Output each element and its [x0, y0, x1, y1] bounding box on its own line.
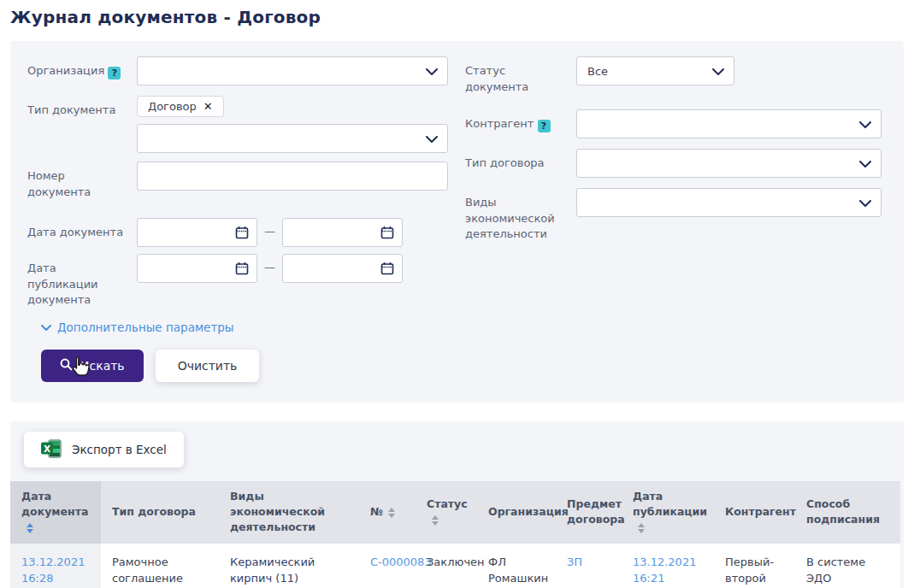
counterparty-select[interactable] [576, 109, 882, 138]
date-range-separator: — [257, 218, 282, 238]
chevron-down-icon [859, 119, 871, 132]
excel-icon: X [41, 439, 62, 461]
cell-counterparty: Первый-второй организатор [714, 544, 795, 588]
help-icon[interactable]: ? [108, 67, 121, 79]
results-panel: X Экспорт в Excel Дата документа Тип дог… [10, 421, 904, 588]
sort-icon[interactable] [388, 508, 395, 518]
contract-type-select[interactable] [576, 149, 882, 178]
subject-link[interactable]: ЗП [567, 556, 582, 568]
search-button[interactable]: Искать [41, 350, 144, 382]
chevron-down-icon [859, 158, 871, 171]
calendar-icon[interactable] [380, 262, 394, 278]
doc-type-label: Тип документа [27, 96, 137, 119]
remove-chip-icon[interactable]: ✕ [203, 100, 213, 113]
chevron-down-icon [426, 66, 438, 79]
cell-number: С-0000083 [359, 544, 416, 588]
documents-table: Дата документа Тип договора Виды экономи… [10, 481, 900, 588]
table-header-row: Дата документа Тип договора Виды экономи… [10, 481, 900, 543]
calendar-icon[interactable] [380, 226, 394, 242]
cell-signing-method: В системе ЭДО [795, 544, 900, 588]
pub-date-label: Дата публикации документа [27, 254, 137, 309]
column-header-econ-activity[interactable]: Виды экономической деятельности [219, 481, 359, 543]
filter-right-column: Статус документа Все Контрагент ? [465, 56, 887, 309]
filter-panel: Организация ? Тип документа Договор ✕ [10, 41, 904, 403]
counterparty-label: Контрагент ? [465, 109, 576, 132]
doc-type-select[interactable] [137, 124, 448, 153]
status-label: Статус документа [465, 56, 576, 96]
column-header-contract-type[interactable]: Тип договора [101, 481, 219, 543]
calendar-icon[interactable] [235, 226, 249, 242]
chevron-down-icon [859, 197, 871, 210]
date-range-separator: — [257, 254, 282, 273]
doc-number-link[interactable]: С-0000083 [370, 556, 432, 568]
pub-date-to-input[interactable] [282, 254, 403, 283]
econ-activity-label: Виды экономической деятельности [465, 188, 576, 244]
doc-date-label: Дата документа [27, 218, 137, 241]
cell-subject: ЗП [556, 544, 622, 588]
filter-left-column: Организация ? Тип документа Договор ✕ [27, 56, 465, 309]
export-excel-button[interactable]: X Экспорт в Excel [24, 432, 184, 467]
column-header-doc-date[interactable]: Дата документа [10, 481, 101, 543]
organization-select[interactable] [137, 56, 448, 85]
clear-button[interactable]: Очистить [156, 350, 260, 382]
sort-icon[interactable] [432, 515, 439, 526]
cell-econ-activity: Керамический кирпич (11) [219, 544, 359, 588]
doc-date-to-input[interactable] [282, 218, 403, 247]
svg-text:X: X [44, 443, 50, 453]
cell-contract-type: Рамочное соглашение [101, 544, 219, 588]
contract-type-label: Тип договора [465, 149, 576, 172]
status-select[interactable]: Все [576, 56, 734, 85]
column-header-status[interactable]: Статус [416, 481, 477, 543]
more-params-link[interactable]: Дополнительные параметры [41, 320, 233, 334]
sort-icon[interactable] [27, 523, 33, 533]
chevron-down-icon [712, 66, 724, 79]
calendar-icon[interactable] [235, 262, 249, 278]
page-title: Журнал документов - Договор [10, 7, 914, 27]
econ-activity-select[interactable] [576, 188, 882, 217]
doc-number-input[interactable] [137, 162, 448, 191]
help-icon[interactable]: ? [538, 120, 551, 132]
doc-date-link[interactable]: 13.12.2021 16:28 [21, 556, 85, 585]
doc-type-chip[interactable]: Договор ✕ [137, 96, 224, 117]
sort-icon[interactable] [638, 523, 645, 533]
organization-label: Организация ? [27, 56, 137, 79]
column-header-signing-method[interactable]: Способ подписания [795, 481, 900, 543]
cell-doc-date: 13.12.2021 16:28 [10, 544, 101, 588]
pub-date-from-input[interactable] [137, 254, 257, 283]
chevron-down-icon [426, 133, 438, 146]
doc-number-label: Номер документа [27, 162, 137, 201]
search-icon [60, 358, 73, 373]
column-header-pub-date[interactable]: Дата публикации [622, 481, 714, 543]
column-header-counterparty[interactable]: Контрагент [714, 481, 795, 543]
table-row: 13.12.2021 16:28 Рамочное соглашение Кер… [10, 544, 900, 588]
column-header-organization[interactable]: Организация [477, 481, 556, 543]
column-header-number[interactable]: № [359, 481, 416, 543]
chevron-down-icon [41, 320, 51, 334]
cell-pub-date: 13.12.2021 16:21 [622, 544, 714, 588]
doc-date-from-input[interactable] [137, 218, 257, 247]
cell-organization: ФЛ Ромашкин Виктор Иванович [477, 544, 556, 588]
pub-date-link[interactable]: 13.12.2021 16:21 [633, 556, 696, 585]
